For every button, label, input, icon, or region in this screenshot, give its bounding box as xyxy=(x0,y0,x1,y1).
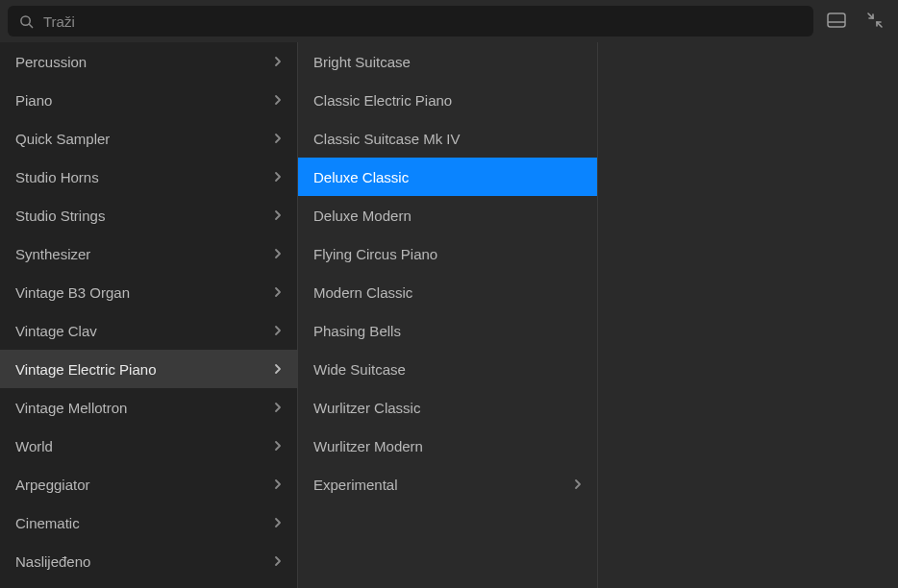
list-item[interactable]: Percussion xyxy=(0,42,297,81)
list-item[interactable]: Cinematic xyxy=(0,503,297,542)
chevron-right-icon xyxy=(274,209,282,221)
list-item-label: Deluxe Classic xyxy=(313,169,409,185)
chevron-right-icon xyxy=(274,555,282,567)
list-item[interactable]: Deluxe Modern xyxy=(298,196,597,234)
list-item-label: Vintage Electric Piano xyxy=(15,361,156,378)
chevron-right-icon xyxy=(274,402,282,413)
list-item-label: Vintage Clav xyxy=(15,323,97,339)
list-item-label: Deluxe Modern xyxy=(313,208,412,224)
list-item-label: Phasing Bells xyxy=(313,323,401,339)
list-item-label: World xyxy=(15,438,53,454)
list-item[interactable]: Wide Suitcase xyxy=(298,350,597,388)
list-item-label: Piano xyxy=(15,92,52,109)
chevron-right-icon xyxy=(274,94,282,106)
collapse-button[interactable] xyxy=(860,6,890,37)
category-column: PercussionPianoQuick SamplerStudio Horns… xyxy=(0,42,298,588)
list-item-label: Cinematic xyxy=(15,515,80,531)
list-item[interactable]: Wurlitzer Classic xyxy=(298,388,597,427)
detail-column xyxy=(598,42,898,588)
search-icon xyxy=(19,14,34,29)
list-item-label: Wurlitzer Modern xyxy=(313,438,423,454)
list-item[interactable]: Wurlitzer Modern xyxy=(298,427,597,465)
list-item[interactable]: Vintage B3 Organ xyxy=(0,273,297,311)
svg-rect-2 xyxy=(828,13,845,27)
list-item[interactable]: Classic Electric Piano xyxy=(298,81,597,119)
chevron-right-icon xyxy=(274,363,282,375)
list-item[interactable]: World xyxy=(0,427,297,465)
list-item-label: Vintage Mellotron xyxy=(15,400,127,416)
svg-line-1 xyxy=(29,24,32,27)
list-item[interactable]: Synthesizer xyxy=(0,234,297,273)
list-item-label: Quick Sampler xyxy=(15,131,110,147)
list-item-label: Synthesizer xyxy=(15,246,90,262)
list-item-label: Modern Classic xyxy=(313,284,412,301)
list-item[interactable]: Piano xyxy=(0,81,297,119)
list-item-label: Classic Electric Piano xyxy=(313,92,452,109)
panel-toggle-button[interactable] xyxy=(821,6,852,37)
panel-icon xyxy=(827,12,846,31)
list-item-label: Arpeggiator xyxy=(15,477,90,493)
list-item[interactable]: Vintage Electric Piano xyxy=(0,350,297,388)
list-item[interactable]: Vintage Mellotron xyxy=(0,388,297,427)
chevron-right-icon xyxy=(574,478,582,490)
list-item-label: Naslijeđeno xyxy=(15,553,90,570)
search-bar xyxy=(0,0,898,42)
list-item[interactable]: Studio Strings xyxy=(0,196,297,234)
list-item-label: Experimental xyxy=(313,477,398,493)
collapse-icon xyxy=(866,12,884,32)
chevron-right-icon xyxy=(274,56,282,67)
list-item[interactable]: Modern Classic xyxy=(298,273,597,311)
chevron-right-icon xyxy=(274,133,282,144)
chevron-right-icon xyxy=(274,325,282,336)
chevron-right-icon xyxy=(274,171,282,183)
list-item[interactable]: Deluxe Classic xyxy=(298,158,597,196)
preset-column: Bright SuitcaseClassic Electric PianoCla… xyxy=(298,42,598,588)
search-input[interactable] xyxy=(43,13,802,30)
list-item[interactable]: Bright Suitcase xyxy=(298,42,597,81)
list-item[interactable]: Classic Suitcase Mk IV xyxy=(298,119,597,158)
chevron-right-icon xyxy=(274,478,282,490)
chevron-right-icon xyxy=(274,248,282,259)
list-item[interactable]: Flying Circus Piano xyxy=(298,234,597,273)
list-item-label: Studio Strings xyxy=(15,208,105,224)
list-item-label: Classic Suitcase Mk IV xyxy=(313,131,461,147)
chevron-right-icon xyxy=(274,286,282,298)
list-item[interactable]: Naslijeđeno xyxy=(0,542,297,580)
chevron-right-icon xyxy=(274,517,282,528)
list-item-label: Percussion xyxy=(15,54,87,70)
list-item-label: Flying Circus Piano xyxy=(313,246,437,262)
list-item[interactable]: Arpeggiator xyxy=(0,465,297,503)
list-item[interactable]: Vintage Clav xyxy=(0,311,297,350)
list-item[interactable]: Phasing Bells xyxy=(298,311,597,350)
list-item-label: Vintage B3 Organ xyxy=(15,284,130,301)
search-field[interactable] xyxy=(8,6,813,37)
chevron-right-icon xyxy=(274,440,282,452)
list-item-label: Wide Suitcase xyxy=(313,361,406,378)
list-item-label: Wurlitzer Classic xyxy=(313,400,420,416)
list-item-label: Bright Suitcase xyxy=(313,54,411,70)
list-item[interactable]: Experimental xyxy=(298,465,597,503)
list-item[interactable]: Studio Horns xyxy=(0,158,297,196)
list-item-label: Studio Horns xyxy=(15,169,99,185)
list-item[interactable]: Quick Sampler xyxy=(0,119,297,158)
browser-columns: PercussionPianoQuick SamplerStudio Horns… xyxy=(0,42,898,588)
